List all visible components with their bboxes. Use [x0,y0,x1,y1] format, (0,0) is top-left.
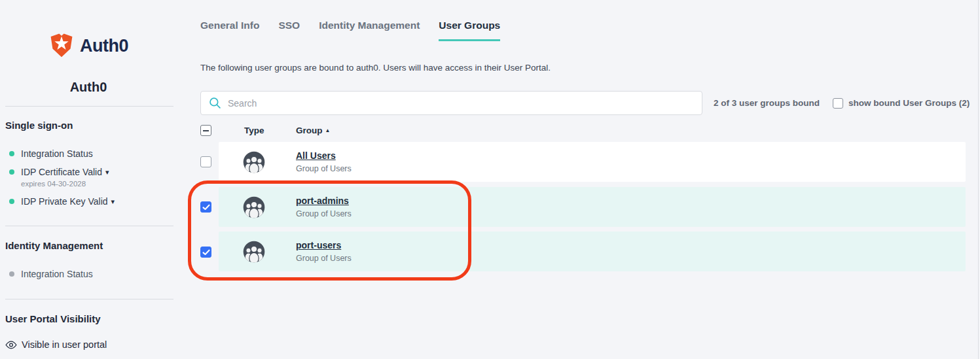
eye-icon [5,341,17,349]
row-checkbox-port-admins[interactable] [200,201,211,213]
tab-sso[interactable]: SSO [278,20,300,41]
bound-summary: 2 of 3 user groups bound [714,98,820,108]
table-row[interactable]: port-users Group of Users [219,231,966,271]
divider [5,226,173,226]
group-link[interactable]: All Users [296,150,352,161]
section-user-portal-visibility: User Portal Visibility [5,313,101,324]
app-logo: Auth0 [0,31,177,60]
tab-general-info[interactable]: General Info [200,20,259,41]
search-input[interactable] [228,98,694,109]
visibility-status-label: Visible in user portal [22,339,107,350]
group-avatar-icon [243,241,265,263]
auth0-shield-icon [48,31,75,60]
group-avatar-icon [243,196,265,218]
app-logo-text: Auth0 [80,36,128,56]
group-link[interactable]: port-users [296,240,352,250]
idp-certificate-valid[interactable]: IDP Certificate Valid▾ [21,167,109,177]
group-type: Group of Users [296,254,352,263]
status-dot-icon [9,271,14,277]
status-dot-icon [9,169,14,175]
section-identity-management: Identity Management [5,240,103,251]
column-header-type[interactable]: Type [244,126,264,135]
page-description: The following user groups are bound to a… [200,63,551,73]
column-header-group[interactable]: Group▲ [296,126,330,135]
group-type: Group of Users [296,209,352,218]
integration-title: Auth0 [0,80,177,95]
table-row[interactable]: port-admins Group of Users [219,187,966,227]
bound-meta: 2 of 3 user groups bound show bound User… [714,91,970,115]
table-row[interactable]: All Users Group of Users [219,142,966,182]
idm-integration-status: Integration Status [21,269,93,279]
sso-integration-status: Integration Status [21,148,93,159]
status-dot-icon [9,151,14,156]
row-checkbox-all-users[interactable] [200,156,211,167]
select-all-checkbox[interactable] [200,125,211,136]
group-type: Group of Users [296,164,352,173]
status-dot-icon [9,199,14,204]
scrollbar[interactable] [978,0,979,359]
idp-private-key-valid[interactable]: IDP Private Key Valid▾ [21,196,115,207]
certificate-expiry: expires 04-30-2028 [21,180,86,188]
divider [5,106,173,107]
sort-asc-icon: ▲ [325,128,331,133]
tab-identity-management[interactable]: Identity Management [319,20,420,41]
group-avatar-icon [243,151,265,173]
indeterminate-mark-icon [203,130,209,131]
search-bar [200,91,702,115]
chevron-down-icon: ▾ [111,197,115,205]
search-icon [209,97,221,109]
tab-bar: General Info SSO Identity Management Use… [200,20,500,41]
tab-user-groups[interactable]: User Groups [439,20,500,41]
show-bound-checkbox[interactable] [833,98,843,109]
show-bound-label[interactable]: show bound User Groups (2) [848,98,970,108]
section-single-sign-on: Single sign-on [5,120,73,131]
sidebar: Auth0 Auth0 Single sign-on Integration S… [0,0,177,359]
divider [5,299,173,299]
visibility-status: Visible in user portal [5,339,107,350]
row-checkbox-port-users[interactable] [200,247,211,258]
group-link[interactable]: port-admins [296,196,352,206]
chevron-down-icon: ▾ [105,168,109,176]
